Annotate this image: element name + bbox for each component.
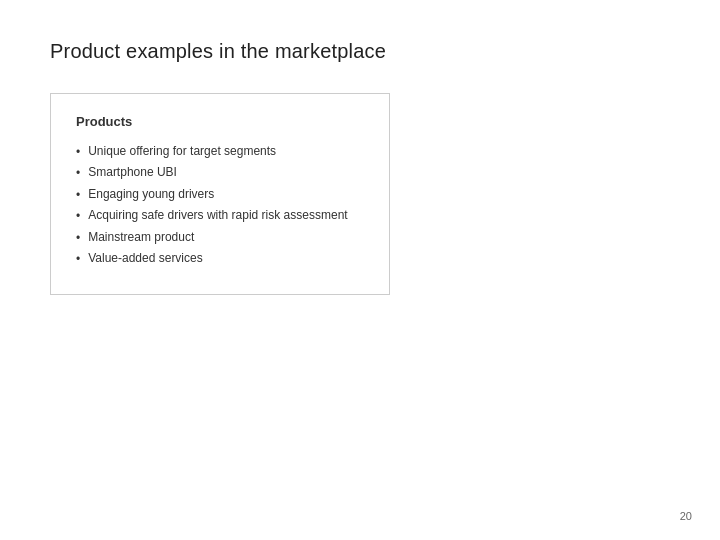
bullet-list: •Unique offering for target segments•Sma… — [76, 141, 364, 269]
list-item-text: Acquiring safe drivers with rapid risk a… — [88, 205, 347, 225]
list-item: •Acquiring safe drivers with rapid risk … — [76, 205, 364, 226]
list-item-text: Mainstream product — [88, 227, 194, 247]
page-number: 20 — [680, 510, 692, 522]
list-item-text: Unique offering for target segments — [88, 141, 276, 161]
list-item: •Engaging young drivers — [76, 184, 364, 205]
list-item: •Unique offering for target segments — [76, 141, 364, 162]
list-item: •Smartphone UBI — [76, 162, 364, 183]
bullet-dot-icon: • — [76, 185, 80, 205]
list-item-text: Smartphone UBI — [88, 162, 177, 182]
list-item-text: Engaging young drivers — [88, 184, 214, 204]
list-item: •Value-added services — [76, 248, 364, 269]
bullet-dot-icon: • — [76, 142, 80, 162]
bullet-dot-icon: • — [76, 249, 80, 269]
slide-container: Product examples in the marketplace Prod… — [0, 0, 720, 540]
products-heading: Products — [76, 114, 364, 129]
page-title: Product examples in the marketplace — [50, 40, 670, 63]
bullet-dot-icon: • — [76, 228, 80, 248]
list-item: •Mainstream product — [76, 227, 364, 248]
bullet-dot-icon: • — [76, 163, 80, 183]
bullet-dot-icon: • — [76, 206, 80, 226]
products-box: Products •Unique offering for target seg… — [50, 93, 390, 295]
list-item-text: Value-added services — [88, 248, 203, 268]
